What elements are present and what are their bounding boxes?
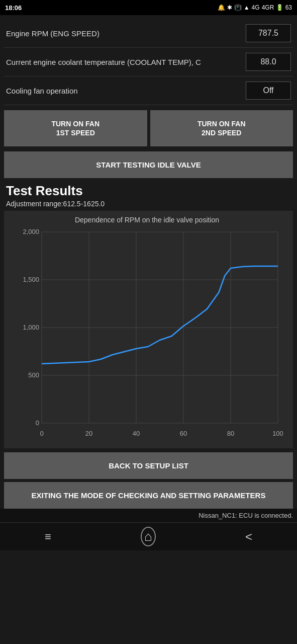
- status-time: 18:06: [5, 4, 22, 12]
- status-icons: 🔔 ✱ 📳 ▲ 4G 4GR 🔋 63: [218, 4, 292, 11]
- coolant-temp-value: 88.0: [246, 53, 291, 71]
- svg-text:500: 500: [28, 371, 39, 379]
- home-icon[interactable]: ⌂: [141, 527, 156, 546]
- svg-text:1,500: 1,500: [23, 276, 39, 283]
- turn-on-fan-1-button[interactable]: TURN ON FAN 1ST SPEED: [4, 110, 147, 146]
- engine-rpm-value: 787.5: [246, 24, 291, 42]
- battery-icon: 🔋 63: [276, 4, 292, 11]
- svg-text:20: 20: [85, 430, 92, 437]
- adjustment-range: Adjustment range:612.5-1625.0: [6, 200, 291, 208]
- start-testing-button[interactable]: START TESTING IDLE VALVE: [4, 151, 293, 178]
- coolant-temp-label: Current engine coolant temperature (COOL…: [6, 58, 246, 66]
- test-results-section: Test Results Adjustment range:612.5-1625…: [4, 183, 293, 448]
- menu-icon[interactable]: ≡: [45, 530, 51, 543]
- svg-rect-0: [12, 227, 283, 443]
- network-4g: 4G: [252, 4, 260, 11]
- engine-rpm-label: Engine RPM (ENG SPEED): [6, 29, 246, 38]
- engine-rpm-row: Engine RPM (ENG SPEED) 787.5: [4, 19, 293, 48]
- cooling-fan-label: Cooling fan operation: [6, 87, 246, 95]
- svg-text:60: 60: [179, 430, 186, 437]
- svg-text:2,000: 2,000: [23, 228, 39, 235]
- fan-buttons-row: TURN ON FAN 1ST SPEED TURN ON FAN 2ND SP…: [4, 110, 293, 146]
- cooling-fan-value: Off: [246, 82, 291, 100]
- exiting-mode-button[interactable]: EXITING THE MODE OF CHECKING AND SETTING…: [4, 482, 293, 509]
- cooling-fan-row: Cooling fan operation Off: [4, 76, 293, 105]
- alarm-icon: 🔔: [218, 4, 225, 11]
- rpm-chart: 2,000 1,500 1,000 500 0 0 20 40 60 80 10…: [12, 227, 283, 443]
- chart-container: Dependence of RPM on the idle valve posi…: [4, 211, 293, 448]
- back-to-setup-button[interactable]: BACK TO SETUP LIST: [4, 452, 293, 479]
- wifi-icon: ▲: [244, 4, 250, 11]
- turn-on-fan-2-button[interactable]: TURN ON FAN 2ND SPEED: [150, 110, 293, 146]
- svg-text:0: 0: [40, 430, 43, 437]
- chart-area: 2,000 1,500 1,000 500 0 0 20 40 60 80 10…: [6, 227, 288, 443]
- svg-text:1,000: 1,000: [23, 324, 39, 331]
- svg-text:0: 0: [35, 419, 39, 427]
- vibrate-icon: 📳: [234, 4, 242, 11]
- svg-text:100: 100: [272, 430, 283, 437]
- connection-status-text: Nissan_NC1: ECU is connected.: [199, 512, 293, 519]
- network-4gr: 4GR: [262, 4, 274, 11]
- nav-bar: ≡ ⌂ <: [0, 522, 297, 550]
- bluetooth-icon: ✱: [227, 4, 232, 11]
- svg-text:40: 40: [132, 430, 139, 437]
- chart-title: Dependence of RPM on the idle valve posi…: [6, 216, 288, 224]
- test-results-title: Test Results: [6, 183, 291, 199]
- status-bar: 18:06 🔔 ✱ 📳 ▲ 4G 4GR 🔋 63: [0, 0, 297, 15]
- bottom-status: Nissan_NC1: ECU is connected.: [0, 509, 297, 522]
- coolant-temp-row: Current engine coolant temperature (COOL…: [4, 48, 293, 76]
- main-content: Engine RPM (ENG SPEED) 787.5 Current eng…: [0, 15, 297, 509]
- svg-text:80: 80: [227, 430, 234, 437]
- back-icon[interactable]: <: [245, 530, 252, 544]
